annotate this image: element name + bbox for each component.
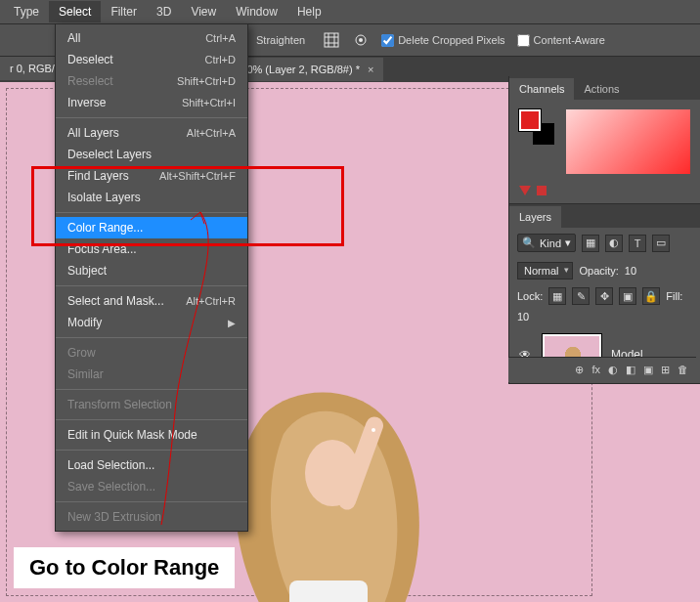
new-layer-icon[interactable]: ⊞ bbox=[661, 364, 670, 376]
menu-item-label: Isolate Layers bbox=[67, 191, 141, 204]
menu-item-label: Reselect bbox=[67, 74, 113, 88]
menu-item-label: Grow bbox=[67, 346, 96, 360]
menu-item-find-layers[interactable]: Find LayersAlt+Shift+Ctrl+F bbox=[56, 165, 247, 187]
menu-item-label: Deselect bbox=[67, 53, 113, 66]
grid-overlay-icon[interactable] bbox=[323, 31, 340, 49]
straighten-button[interactable]: Straighten bbox=[250, 32, 311, 48]
menu-item-save-selection: Save Selection... bbox=[56, 476, 247, 497]
menu-item-similar: Similar bbox=[56, 364, 247, 385]
menu-item-subject[interactable]: Subject bbox=[56, 260, 247, 281]
blend-mode-select[interactable]: Normal bbox=[517, 262, 573, 280]
lock-transparency-icon[interactable]: ▦ bbox=[548, 287, 566, 305]
menu-bar: TypeSelectFilter3DViewWindowHelp bbox=[0, 0, 700, 23]
fx-icon[interactable]: fx bbox=[591, 364, 600, 376]
menu-item-label: Color Range... bbox=[67, 221, 143, 235]
trash-icon[interactable]: 🗑 bbox=[678, 364, 688, 376]
settings-icon[interactable] bbox=[352, 31, 370, 49]
menu-item-label: Focus Area... bbox=[67, 242, 137, 256]
menu-view[interactable]: View bbox=[181, 1, 226, 22]
menu-item-load-selection[interactable]: Load Selection... bbox=[56, 454, 247, 476]
lock-position-icon[interactable]: ✥ bbox=[595, 287, 613, 305]
filter-type-icon[interactable]: T bbox=[629, 235, 646, 252]
panel-tabs-top: ChannelsActions bbox=[509, 76, 700, 100]
layer-filter-kind-label: Kind bbox=[540, 237, 561, 249]
close-icon[interactable]: × bbox=[368, 64, 373, 75]
menu-item-shortcut: Shift+Ctrl+D bbox=[177, 75, 236, 87]
menu-item-edit-in-quick-mask-mode[interactable]: Edit in Quick Mask Mode bbox=[56, 424, 247, 446]
svg-rect-0 bbox=[325, 33, 338, 47]
filter-shape-icon[interactable]: ▭ bbox=[652, 235, 670, 252]
menu-item-label: All Layers bbox=[67, 126, 119, 140]
submenu-arrow-icon: ▶ bbox=[228, 318, 236, 328]
svg-rect-4 bbox=[289, 580, 368, 602]
menu-help[interactable]: Help bbox=[287, 1, 331, 22]
svg-point-2 bbox=[359, 38, 363, 42]
menu-select[interactable]: Select bbox=[49, 1, 101, 22]
lock-artboard-icon[interactable]: ▣ bbox=[619, 287, 636, 305]
menu-item-label: Modify bbox=[67, 316, 102, 329]
fill-label: Fill: bbox=[666, 290, 682, 302]
tab-layers[interactable]: Layers bbox=[509, 206, 561, 228]
adjustment-icon[interactable]: ◧ bbox=[626, 364, 635, 376]
svg-point-6 bbox=[372, 428, 375, 432]
menu-item-label: Save Selection... bbox=[67, 480, 155, 494]
right-panel: ChannelsActions Layers 🔍 Kind ▾ ▦ ◐ T bbox=[508, 76, 700, 384]
delete-cropped-label: Delete Cropped Pixels bbox=[398, 34, 504, 46]
lock-all-icon[interactable]: 🔒 bbox=[642, 287, 660, 305]
menu-item-label: New 3D Extrusion bbox=[67, 510, 161, 524]
menu-item-deselect-layers[interactable]: Deselect Layers bbox=[56, 144, 247, 165]
menu-item-grow: Grow bbox=[56, 342, 247, 364]
filter-pixel-icon[interactable]: ▦ bbox=[582, 235, 599, 252]
menu-item-all-layers[interactable]: All LayersAlt+Ctrl+A bbox=[56, 122, 247, 144]
menu-item-shortcut: Alt+Ctrl+A bbox=[187, 127, 236, 139]
color-preview-swatch bbox=[537, 186, 547, 195]
fill-value[interactable]: 10 bbox=[517, 311, 529, 322]
content-aware-label: Content-Aware bbox=[534, 34, 605, 46]
menu-item-select-and-mask[interactable]: Select and Mask...Alt+Ctrl+R bbox=[56, 290, 247, 312]
menu-item-label: Transform Selection bbox=[67, 398, 172, 411]
menu-filter[interactable]: Filter bbox=[101, 1, 147, 22]
select-menu-dropdown: AllCtrl+ADeselectCtrl+DReselectShift+Ctr… bbox=[55, 23, 248, 532]
menu-item-shortcut: Alt+Ctrl+R bbox=[186, 295, 236, 307]
tab-actions[interactable]: Actions bbox=[574, 78, 629, 100]
search-icon: 🔍 bbox=[522, 236, 536, 249]
menu-item-modify[interactable]: Modify▶ bbox=[56, 312, 247, 333]
menu-item-label: All bbox=[67, 31, 80, 45]
menu-item-isolate-layers[interactable]: Isolate Layers bbox=[56, 187, 247, 208]
menu-item-label: Subject bbox=[67, 264, 107, 278]
layer-filter-kind[interactable]: 🔍 Kind ▾ bbox=[517, 234, 576, 252]
menu-item-label: Edit in Quick Mask Mode bbox=[67, 428, 197, 442]
chevron-down-icon: ▾ bbox=[565, 236, 571, 249]
foreground-color-swatch[interactable] bbox=[519, 109, 541, 131]
mask-icon[interactable]: ◐ bbox=[608, 364, 618, 376]
menu-item-color-range[interactable]: Color Range... bbox=[56, 217, 247, 238]
menu-item-deselect[interactable]: DeselectCtrl+D bbox=[56, 49, 247, 70]
opacity-value[interactable]: 10 bbox=[625, 265, 636, 277]
tab-channels[interactable]: Channels bbox=[509, 78, 574, 100]
menu-item-label: Deselect Layers bbox=[67, 148, 152, 161]
menu-item-label: Find Layers bbox=[67, 169, 129, 183]
menu-item-label: Similar bbox=[67, 367, 104, 381]
delete-cropped-checkbox[interactable]: Delete Cropped Pixels bbox=[381, 34, 504, 47]
menu-window[interactable]: Window bbox=[226, 1, 287, 22]
svg-point-5 bbox=[305, 440, 360, 506]
layers-footer: ⊕fx◐◧▣⊞🗑 bbox=[508, 357, 696, 382]
group-icon[interactable]: ▣ bbox=[643, 364, 653, 376]
color-spectrum[interactable] bbox=[566, 109, 690, 174]
menu-item-focus-area[interactable]: Focus Area... bbox=[56, 238, 247, 260]
menu-item-shortcut: Ctrl+D bbox=[205, 54, 236, 65]
menu-item-reselect: ReselectShift+Ctrl+D bbox=[56, 70, 247, 92]
content-aware-checkbox[interactable]: Content-Aware bbox=[517, 34, 605, 47]
filter-adjustment-icon[interactable]: ◐ bbox=[605, 235, 623, 252]
menu-type[interactable]: Type bbox=[4, 1, 49, 22]
menu-item-shortcut: Ctrl+A bbox=[205, 32, 236, 44]
foreground-background-swatch[interactable] bbox=[519, 109, 554, 145]
menu-item-inverse[interactable]: InverseShift+Ctrl+I bbox=[56, 92, 247, 113]
lock-image-icon[interactable]: ✎ bbox=[572, 287, 590, 305]
menu-item-all[interactable]: AllCtrl+A bbox=[56, 27, 247, 49]
lock-label: Lock: bbox=[517, 290, 543, 302]
menu-3d[interactable]: 3D bbox=[147, 1, 181, 22]
menu-item-shortcut: Alt+Shift+Ctrl+F bbox=[159, 170, 236, 182]
menu-item-label: Load Selection... bbox=[67, 458, 154, 472]
link-layers-icon[interactable]: ⊕ bbox=[575, 364, 584, 376]
